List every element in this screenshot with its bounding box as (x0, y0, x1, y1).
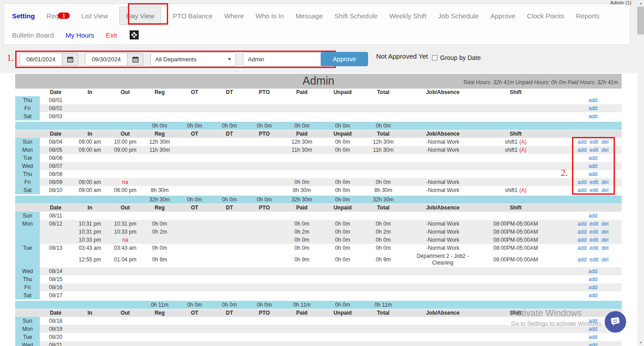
row-action-del[interactable]: del (602, 220, 609, 228)
nav-item-weekly-shift[interactable]: Weekly Shift (389, 12, 426, 20)
nav-item-reports[interactable]: Reports (576, 12, 600, 20)
job-cell (403, 162, 482, 170)
nav-item-job-schedule[interactable]: Job Schedule (438, 12, 479, 20)
group-by-date-checkbox[interactable] (432, 55, 437, 60)
department-select[interactable]: All Departments (150, 52, 236, 66)
calendar-icon[interactable] (127, 53, 143, 65)
row-action-edit[interactable]: edit (589, 220, 598, 228)
chat-widget-button[interactable] (605, 311, 626, 333)
ot-cell (177, 112, 212, 120)
row-action-add[interactable]: add (589, 154, 597, 162)
row-action-edit[interactable]: edit (589, 236, 598, 244)
row-action-edit[interactable]: edit (589, 187, 598, 194)
row-action-add[interactable]: add (577, 146, 586, 154)
calendar-icon[interactable] (62, 53, 78, 65)
row-actions: addeditdel (549, 178, 622, 186)
nav-item-shift-schedule[interactable]: Shift Schedule (335, 12, 378, 20)
row-action-add[interactable]: add (577, 138, 586, 146)
nav-item-clock-points[interactable]: Clock Points (527, 12, 564, 20)
ot-cell (177, 244, 212, 252)
row-action-del[interactable]: del (602, 236, 609, 244)
unpaid-cell: 0h 0m (322, 186, 363, 194)
row-action-add[interactable]: add (577, 244, 586, 252)
date-from-input[interactable] (20, 53, 62, 65)
group-by-date-toggle[interactable]: Group by Date (432, 54, 481, 61)
scroll-down-icon[interactable]: ▼ (637, 339, 644, 346)
row-action-add[interactable]: add (589, 97, 597, 104)
summary-pto: 0h 0m (247, 196, 282, 204)
row-action-edit[interactable]: edit (589, 179, 598, 186)
reg-cell (142, 341, 177, 346)
nav-item-where[interactable]: Where (224, 12, 244, 20)
row-action-add[interactable]: add (577, 220, 586, 228)
pto-cell (247, 333, 282, 341)
nav-item-who-is-in[interactable]: Who Is In (256, 12, 284, 20)
approval-status-text: Not Approved Yet (376, 52, 428, 60)
row-action-edit[interactable]: edit (589, 146, 598, 154)
row-action-edit[interactable]: edit (589, 256, 598, 264)
row-action-add[interactable]: add (589, 171, 597, 178)
employee-select[interactable]: Admin (243, 52, 331, 66)
approve-button[interactable]: Approve (321, 52, 368, 66)
nav-item-day-view[interactable]: Day View (119, 7, 161, 25)
nav-item-exit[interactable]: Exit (106, 31, 117, 39)
row-action-del[interactable]: del (602, 179, 609, 186)
row-action-del[interactable]: del (602, 228, 609, 236)
nav-item-req[interactable]: Req (47, 12, 59, 20)
date-to-input[interactable] (85, 53, 127, 65)
column-header-reg: Reg (142, 309, 177, 317)
row-action-add[interactable]: add (577, 179, 586, 186)
nav-item-list-view[interactable]: List View (81, 12, 108, 20)
row-action-add[interactable]: add (577, 187, 586, 194)
ot-cell (177, 170, 212, 178)
row-action-add[interactable]: add (577, 256, 586, 264)
nav-item-message[interactable]: Message (296, 12, 323, 20)
out-cell: na (108, 236, 142, 244)
dt-cell (212, 228, 247, 236)
row-action-del[interactable]: del (602, 244, 609, 252)
windows-activation-watermark: Activate Windows Go to Settings to activ… (511, 308, 602, 327)
row-action-add[interactable]: add (589, 284, 597, 291)
row-action-add[interactable]: add (589, 212, 597, 220)
row-action-add[interactable]: add (589, 292, 597, 299)
row-action-edit[interactable]: edit (589, 228, 598, 236)
nav-item-pto-balance[interactable]: PTO Balance (173, 12, 212, 20)
row-action-del[interactable]: del (602, 146, 609, 154)
row-action-add[interactable]: add (589, 333, 597, 341)
job-cell (403, 317, 482, 325)
row-action-add[interactable]: add (577, 236, 586, 244)
scrollbar-thumb[interactable] (637, 7, 644, 34)
row-action-edit[interactable]: edit (589, 138, 598, 146)
row-action-del[interactable]: del (602, 187, 609, 194)
scroll-up-icon[interactable]: ▲ (637, 0, 644, 7)
approved-flag: (A) (519, 138, 526, 146)
out-cell (108, 283, 142, 291)
column-header-pto: PTO (247, 89, 282, 96)
row-action-add[interactable]: add (577, 228, 586, 236)
out-cell (108, 275, 142, 283)
nav-item-bulletin-board[interactable]: Bulletin Board (12, 31, 54, 39)
row-action-add[interactable]: add (589, 105, 597, 112)
nav-item-approve[interactable]: Approve (490, 12, 515, 20)
row-action-add[interactable]: add (589, 268, 597, 275)
nav-item-my-hours[interactable]: My Hours (65, 31, 94, 39)
row-action-del[interactable]: del (602, 138, 609, 146)
row-actions: add (549, 283, 622, 291)
row-action-add[interactable]: add (589, 276, 597, 283)
row-action-add[interactable]: add (589, 162, 597, 170)
row-action-edit[interactable]: edit (589, 244, 598, 252)
date-cell: 08/14 (40, 267, 72, 275)
row-action-add[interactable]: add (589, 342, 597, 346)
total-cell (363, 291, 403, 299)
row-action-del[interactable]: del (602, 256, 609, 264)
vertical-scrollbar[interactable]: ▲ ▼ (637, 0, 644, 346)
timesheet-row: Wed08/21add (15, 341, 622, 346)
date-cell: 08/08 (40, 170, 72, 178)
row-actions: addeditdel (549, 220, 622, 228)
day-cell (15, 236, 40, 244)
nav-item-setting[interactable]: Setting (12, 12, 35, 20)
row-action-add[interactable]: add (589, 113, 597, 120)
fullscreen-icon[interactable] (129, 30, 140, 40)
unpaid-cell (322, 267, 363, 275)
date-cell: 08/19 (40, 325, 72, 333)
